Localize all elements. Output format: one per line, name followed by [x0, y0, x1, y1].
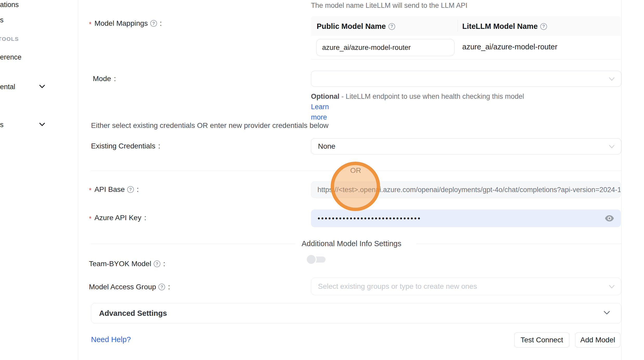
- credentials-note: Either select existing credentials OR en…: [91, 121, 329, 130]
- api-base-label-text: API Base: [94, 185, 125, 194]
- required-marker: *: [89, 186, 92, 194]
- existing-credentials-select[interactable]: None: [311, 138, 621, 154]
- public-model-name-input[interactable]: [316, 39, 454, 56]
- eye-icon[interactable]: [605, 215, 614, 223]
- advanced-settings-title: Advanced Settings: [99, 309, 167, 318]
- team-byok-label-text: Team-BYOK Model: [89, 260, 151, 268]
- additional-divider-text: Additional Model Info Settings: [302, 239, 401, 248]
- label-colon: :: [114, 75, 116, 83]
- model-name-help-text: The model name LiteLLM will send to the …: [311, 2, 467, 10]
- or-divider-line-left: [91, 171, 346, 171]
- label-colon: :: [158, 142, 160, 150]
- masked-password-dots: •••••••••••••••••••••••••••••: [318, 210, 421, 227]
- team-byok-label: Team-BYOK Model ? :: [89, 260, 165, 268]
- existing-credentials-value: None: [318, 142, 335, 150]
- chevron-down-icon: [609, 282, 615, 291]
- model-access-group-label-text: Model Access Group: [89, 283, 156, 291]
- mode-help-text: Optional - LiteLLM endpoint to use when …: [311, 91, 540, 122]
- additional-divider-line-right: [417, 244, 621, 244]
- existing-credentials-label-text: Existing Credentials: [91, 142, 155, 150]
- mode-label: Mode :: [93, 75, 116, 83]
- label-colon: :: [163, 260, 165, 268]
- existing-credentials-label: Existing Credentials :: [91, 142, 160, 150]
- mode-help-bold: Optional: [311, 93, 340, 100]
- api-base-input[interactable]: https://<test>.openai.azure.com/openai/d…: [311, 181, 621, 198]
- litellm-model-name-value: azure_ai/azure-model-router: [462, 43, 557, 51]
- table-row-divider: [311, 59, 621, 60]
- label-colon: :: [160, 19, 162, 28]
- help-circle-icon[interactable]: ?: [540, 23, 547, 30]
- help-circle-icon[interactable]: ?: [388, 23, 395, 30]
- or-divider-line-right: [366, 171, 621, 171]
- help-circle-icon[interactable]: ?: [127, 186, 134, 193]
- chevron-down-icon[interactable]: [39, 122, 45, 128]
- chevron-down-icon: [603, 311, 610, 316]
- or-divider-text: OR: [350, 166, 361, 175]
- chevron-down-icon: [609, 142, 615, 150]
- sidebar-item-truncated-5[interactable]: s: [0, 121, 4, 129]
- team-byok-toggle-knob[interactable]: [307, 255, 316, 264]
- sidebar-item-truncated-2[interactable]: s: [0, 16, 4, 24]
- api-base-label: * API Base ? :: [89, 185, 139, 194]
- label-colon: :: [168, 283, 170, 291]
- add-model-form-page: ations s TOOLS erence ental s The model …: [0, 0, 644, 360]
- label-colon: :: [137, 185, 139, 194]
- sidebar-item-truncated-4[interactable]: ental: [0, 83, 15, 91]
- azure-api-key-label: * Azure API Key :: [89, 214, 146, 222]
- required-marker: *: [89, 20, 92, 28]
- chevron-down-icon[interactable]: [39, 84, 45, 90]
- column-header-litellm-model-name: LiteLLM Model Name ?: [462, 22, 547, 31]
- mode-help-rest: - LiteLLM endpoint to use when health ch…: [340, 93, 524, 100]
- column-header-text: LiteLLM Model Name: [462, 22, 538, 31]
- label-colon: :: [144, 214, 146, 222]
- mode-label-text: Mode: [93, 75, 111, 83]
- test-connect-button[interactable]: Test Connect: [514, 332, 569, 348]
- help-circle-icon[interactable]: ?: [158, 284, 165, 290]
- model-access-group-label: Model Access Group ? :: [89, 283, 170, 291]
- content-right-divider: [621, 0, 622, 360]
- azure-api-key-input[interactable]: •••••••••••••••••••••••••••••: [311, 210, 621, 227]
- sidebar-divider: [78, 0, 78, 360]
- column-header-text: Public Model Name: [317, 22, 386, 31]
- advanced-settings-panel[interactable]: Advanced Settings: [91, 303, 621, 323]
- model-mappings-label: * Model Mappings ? :: [89, 19, 162, 28]
- sidebar-item-truncated-3[interactable]: erence: [0, 53, 22, 61]
- model-access-group-placeholder: Select existing groups or type to create…: [318, 282, 477, 291]
- sidebar-section-tools: TOOLS: [0, 36, 19, 42]
- additional-divider-line-left: [91, 244, 295, 244]
- help-circle-icon[interactable]: ?: [150, 20, 157, 27]
- model-access-group-select[interactable]: Select existing groups or type to create…: [311, 278, 621, 295]
- mode-select[interactable]: [311, 71, 621, 87]
- azure-api-key-label-text: Azure API Key: [94, 214, 141, 222]
- learn-more-link[interactable]: Learn: [311, 103, 329, 111]
- column-header-public-model-name: Public Model Name ?: [317, 22, 395, 31]
- add-model-button[interactable]: Add Model: [575, 332, 620, 348]
- model-mappings-label-text: Model Mappings: [94, 19, 148, 28]
- required-marker: *: [89, 215, 92, 223]
- public-model-name-input-wrap: [316, 39, 454, 56]
- chevron-down-icon: [609, 75, 615, 83]
- help-circle-icon[interactable]: ?: [154, 260, 160, 267]
- learn-more-link[interactable]: more: [311, 113, 327, 121]
- need-help-link[interactable]: Need Help?: [91, 335, 131, 344]
- sidebar-item-truncated-1[interactable]: ations: [0, 1, 19, 9]
- table-column-divider: [458, 20, 458, 32]
